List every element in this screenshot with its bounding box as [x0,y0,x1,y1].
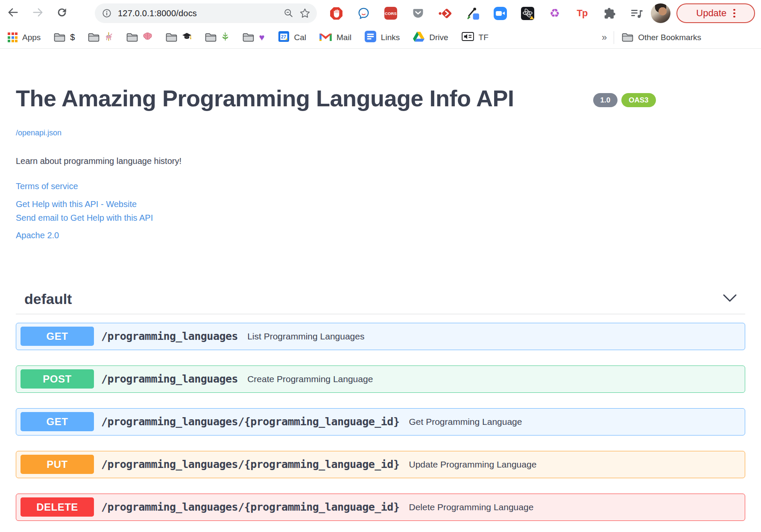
bookmark-apps[interactable]: Apps [8,32,41,42]
bookmark-folder-school[interactable] [166,32,192,42]
folder-icon [243,33,254,42]
api-badges: 1.0 OAS3 [593,93,656,107]
svg-text:27: 27 [281,34,286,39]
pocket-icon[interactable] [411,6,425,20]
tf-card-icon [462,32,474,43]
apps-label: Apps [22,33,41,42]
chevron-down-icon[interactable] [723,294,737,304]
react-devtools-atom-icon[interactable] [520,6,535,20]
endpoint-row-get-list[interactable]: GET /programming_languages List Programm… [16,323,745,350]
drive-label: Drive [429,33,448,42]
bookmark-star-icon[interactable] [299,7,311,19]
graduation-cap-icon [182,32,192,42]
forward-button[interactable] [30,6,45,20]
apps-grid-icon [8,32,18,42]
tp-toucan-icon[interactable]: Tp [575,6,589,20]
bookmark-folder-herb[interactable] [205,32,229,43]
tag-title: default [24,291,72,307]
recycle-icon[interactable]: ♻ [547,6,562,20]
bookmark-drive[interactable]: Drive [413,31,448,44]
method-badge-post[interactable]: POST [20,369,94,389]
endpoint-summary: Create Programming Language [247,374,373,384]
terms-of-service-link[interactable]: Terms of service [16,181,78,191]
dollar-glyph: $ [70,32,75,42]
herb-icon [221,32,229,43]
red-diamond-arrow-icon[interactable] [438,6,453,20]
reload-icon [56,6,68,20]
oas3-badge: OAS3 [621,93,656,107]
folder-icon [622,33,633,42]
tf-label: TF [479,33,489,42]
openapi-spec-link[interactable]: /openapi.json [16,129,61,137]
carousel-horse-icon [104,32,113,43]
calendar-icon: 27 [278,31,290,44]
bookmark-mail[interactable]: Mail [319,32,351,43]
endpoint-path: /programming_languages [101,330,238,342]
music-playlist-icon[interactable] [629,6,644,20]
contact-website-link[interactable]: Get Help with this API - Website [16,197,745,211]
swagger-page: The Amazing Programming Language Info AP… [0,86,761,521]
api-description: Learn about programming language history… [16,156,745,166]
zoom-video-camera-icon[interactable] [493,6,507,20]
mail-label: Mail [337,33,351,42]
method-badge-put[interactable]: PUT [20,455,94,474]
zoom-out-icon[interactable] [283,7,295,19]
bookmark-folder-carousel[interactable] [88,32,113,43]
method-badge-get[interactable]: GET [20,412,94,431]
other-bookmarks[interactable]: Other Bookmarks [622,33,701,42]
bookmarks-overflow-chevron[interactable]: » [602,32,607,43]
update-label: Update [696,8,726,19]
bookmark-folder-favorites[interactable]: ♥ [243,32,264,43]
version-badge: 1.0 [593,93,618,107]
folder-icon [205,33,217,42]
contact-email-link[interactable]: Send email to Get Help with this API [16,211,745,225]
gmail-icon [319,32,332,43]
bookmark-folder-brain[interactable] [126,32,152,43]
profile-avatar[interactable] [651,3,670,23]
endpoint-row-put-update[interactable]: PUT /programming_languages/{programming_… [16,451,745,478]
address-bar[interactable]: 127.0.0.1:8000/docs [95,3,317,23]
endpoint-summary: Update Programming Language [409,459,536,470]
puzzle-extensions-icon[interactable] [602,6,617,20]
endpoint-row-delete[interactable]: DELETE /programming_languages/{programmi… [16,494,745,521]
update-button[interactable]: Update [676,3,755,23]
bookmarks-divider [614,31,614,44]
page-title: The Amazing Programming Language Info AP… [16,86,514,111]
bookmark-calendar[interactable]: 27 Cal [278,31,307,44]
endpoint-summary: List Programming Languages [247,331,364,342]
page-info-icon[interactable] [101,7,113,19]
kebab-menu-icon[interactable] [733,9,735,18]
folder-icon [166,33,177,42]
other-bookmarks-label: Other Bookmarks [638,33,701,42]
back-button[interactable] [6,6,20,20]
url-text[interactable]: 127.0.0.1:8000/docs [118,9,283,18]
endpoint-path: /programming_languages/{programming_lang… [101,501,399,513]
method-badge-get[interactable]: GET [20,327,94,346]
endpoint-path: /programming_languages [101,373,238,385]
endpoint-row-get-one[interactable]: GET /programming_languages/{programming_… [16,408,745,436]
endpoint-path: /programming_languages/{programming_lang… [101,415,399,428]
endpoint-path: /programming_languages/{programming_lang… [101,458,399,471]
extensions-strip: CORS [329,6,644,20]
bookmark-links[interactable]: Links [365,31,400,44]
bookmark-tf[interactable]: TF [462,32,489,43]
forward-arrow-icon [31,6,44,20]
endpoint-row-post-create[interactable]: POST /programming_languages Create Progr… [16,365,745,393]
method-badge-delete[interactable]: DELETE [20,497,94,517]
links-label: Links [381,33,400,42]
tag-section-header[interactable]: default [16,291,745,314]
color-eyedropper-icon[interactable] [465,6,480,20]
brain-icon [143,32,152,43]
chat-bubble-icon[interactable] [356,6,371,20]
endpoint-list: GET /programming_languages List Programm… [16,323,745,521]
stop-hand-adblock-icon[interactable] [329,6,343,20]
folder-icon [54,33,65,42]
drive-icon [413,31,424,44]
api-info-section: The Amazing Programming Language Info AP… [16,86,745,240]
reload-button[interactable] [55,6,69,20]
cors-icon[interactable]: CORS [383,6,398,20]
endpoint-summary: Delete Programming Language [409,502,533,512]
bookmarks-bar: Apps $ [0,26,761,49]
bookmark-folder-money[interactable]: $ [54,32,75,42]
license-link[interactable]: Apache 2.0 [16,231,59,240]
